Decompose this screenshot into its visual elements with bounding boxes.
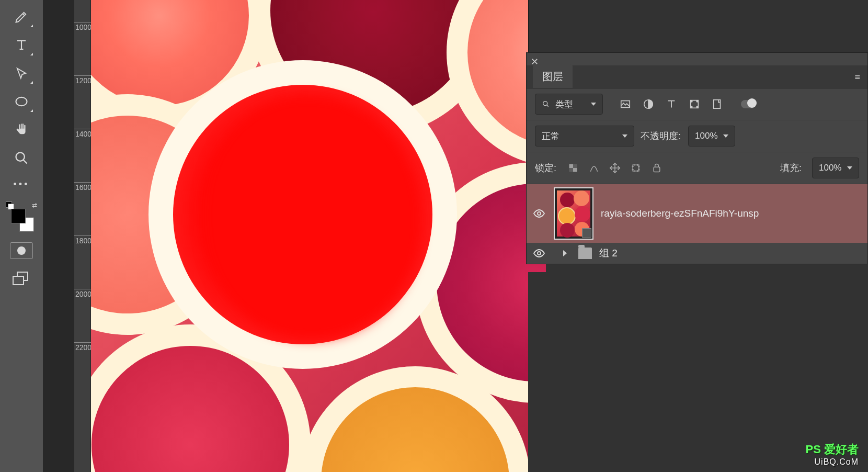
svg-rect-15 xyxy=(633,165,639,171)
ruler-mark: 2200 xyxy=(75,344,82,352)
filter-type-dropdown[interactable]: 类型 xyxy=(535,94,603,115)
filter-type-label: 类型 xyxy=(555,98,573,110)
zoom-tool[interactable] xyxy=(9,147,34,170)
svg-rect-13 xyxy=(573,164,577,168)
layer-group-row[interactable]: 组 2 xyxy=(527,243,867,264)
lock-fill-row: 锁定: 填充: 100% xyxy=(527,152,867,184)
svg-rect-16 xyxy=(654,167,660,172)
opacity-label: 不透明度: xyxy=(641,130,681,142)
ruler-mark: 1000 xyxy=(75,24,82,31)
ruler-mark: 1400 xyxy=(75,130,82,138)
pen-tool[interactable] xyxy=(9,5,34,28)
hand-tool[interactable] xyxy=(9,118,34,141)
fill-label: 填充: xyxy=(780,162,802,174)
svg-point-8 xyxy=(691,106,692,108)
lock-image-icon[interactable] xyxy=(588,162,600,174)
layer-thumbnail[interactable] xyxy=(554,187,593,240)
watermark: PS 爱好者 UiBQ.CoM xyxy=(806,442,859,467)
filter-adjustment-icon[interactable] xyxy=(642,97,655,111)
type-tool[interactable] xyxy=(9,33,34,57)
filter-type-icon[interactable] xyxy=(665,97,678,111)
svg-point-0 xyxy=(16,97,27,106)
lock-transparency-icon[interactable] xyxy=(567,162,579,174)
svg-point-17 xyxy=(538,212,541,215)
path-selection-tool[interactable] xyxy=(9,62,34,85)
panel-menu-icon[interactable]: ≡ xyxy=(847,66,867,88)
swap-colors-icon[interactable]: ⇄ xyxy=(32,201,37,209)
svg-rect-12 xyxy=(573,168,577,172)
smart-object-badge-icon xyxy=(582,228,591,238)
ruler-mark: 1200 xyxy=(75,77,82,85)
svg-point-9 xyxy=(696,106,698,108)
filter-pixel-icon[interactable] xyxy=(619,97,632,111)
lock-label: 锁定: xyxy=(535,162,556,174)
svg-rect-11 xyxy=(569,164,574,168)
screen-mode-button[interactable] xyxy=(12,272,31,286)
layer-name[interactable]: rayia-soderberg-ezSFnAFi9hY-unsp xyxy=(601,208,759,219)
document-canvas[interactable] xyxy=(91,0,546,472)
layer-name[interactable]: 组 2 xyxy=(599,246,618,260)
blend-mode-dropdown[interactable]: 正常 xyxy=(535,126,634,147)
workspace-background xyxy=(528,0,868,52)
blend-mode-value: 正常 xyxy=(542,130,559,142)
svg-rect-14 xyxy=(569,168,574,172)
layer-filter-row: 类型 xyxy=(527,88,867,120)
toolbar-more-icon[interactable]: ••• xyxy=(14,175,30,194)
visibility-toggle[interactable] xyxy=(532,206,546,221)
filter-shape-icon[interactable] xyxy=(688,97,701,111)
canvas-area: 800 1000 1200 1400 1600 1800 2000 2200 xyxy=(43,0,528,472)
opacity-value: 100% xyxy=(695,131,717,141)
fill-input[interactable]: 100% xyxy=(812,158,859,178)
close-icon[interactable]: ✕ xyxy=(531,56,541,66)
lock-artboard-icon[interactable] xyxy=(630,162,642,174)
foreground-color[interactable] xyxy=(11,209,26,223)
tools-toolbar: ••• ⇄ xyxy=(0,0,43,472)
layer-row[interactable]: rayia-soderberg-ezSFnAFi9hY-unsp xyxy=(527,184,867,243)
search-icon xyxy=(542,100,550,108)
blend-opacity-row: 正常 不透明度: 100% xyxy=(527,120,867,152)
svg-point-1 xyxy=(16,153,25,161)
watermark-text: PS 爱好者 xyxy=(806,442,859,457)
vertical-ruler[interactable]: 800 1000 1200 1400 1600 1800 2000 2200 xyxy=(74,0,91,472)
svg-point-7 xyxy=(696,100,698,102)
layers-list: rayia-soderberg-ezSFnAFi9hY-unsp 组 2 xyxy=(527,184,867,264)
svg-rect-10 xyxy=(714,100,721,109)
ruler-mark: 1600 xyxy=(75,184,82,192)
color-swatches[interactable]: ⇄ xyxy=(9,205,34,228)
default-colors-icon[interactable] xyxy=(6,201,13,209)
quick-mask-button[interactable] xyxy=(10,242,33,259)
painted-area xyxy=(149,60,457,369)
filter-toggle[interactable] xyxy=(741,100,756,108)
layers-panel: ✕ 图层 ≡ 类型 正常 不透明度: 100% 锁定: xyxy=(526,52,868,264)
svg-point-18 xyxy=(538,252,541,255)
tab-layers[interactable]: 图层 xyxy=(533,64,573,88)
fill-value: 100% xyxy=(819,163,841,173)
lock-all-icon[interactable] xyxy=(650,162,663,174)
ellipse-tool[interactable] xyxy=(9,90,34,113)
ruler-mark: 2000 xyxy=(75,290,82,298)
watermark-url: UiBQ.CoM xyxy=(806,457,859,467)
opacity-input[interactable]: 100% xyxy=(688,126,735,147)
folder-icon xyxy=(578,248,592,259)
expand-group-icon[interactable] xyxy=(563,250,567,256)
filter-smartobject-icon[interactable] xyxy=(711,97,724,111)
svg-point-6 xyxy=(691,100,692,102)
lock-position-icon[interactable] xyxy=(609,162,621,174)
ruler-mark: 1800 xyxy=(75,237,82,245)
visibility-toggle[interactable] xyxy=(532,246,546,261)
